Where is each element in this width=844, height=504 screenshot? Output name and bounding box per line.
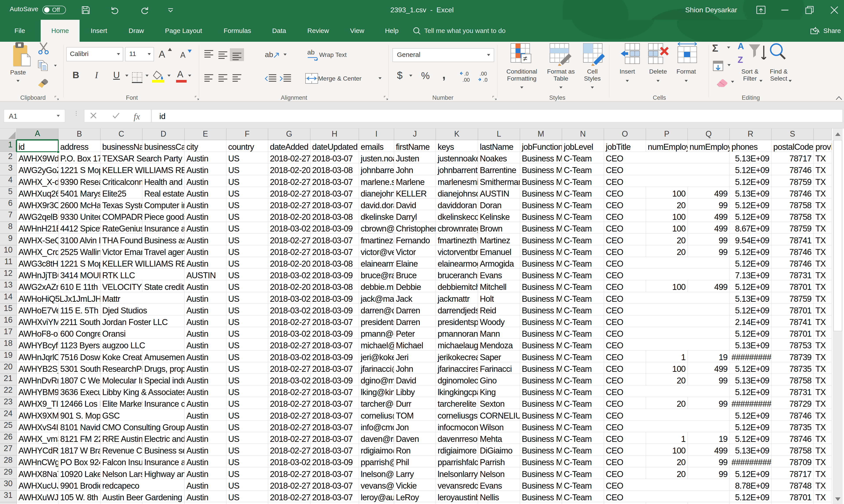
- svg-text:.0: .0: [464, 71, 469, 77]
- svg-text:≠: ≠: [523, 54, 527, 62]
- svg-text:ab: ab: [265, 50, 273, 59]
- svg-text:.00: .00: [480, 71, 487, 77]
- svg-text:.0: .0: [483, 77, 487, 83]
- svg-text:.00: .00: [462, 77, 470, 83]
- svg-text:ab: ab: [307, 49, 314, 56]
